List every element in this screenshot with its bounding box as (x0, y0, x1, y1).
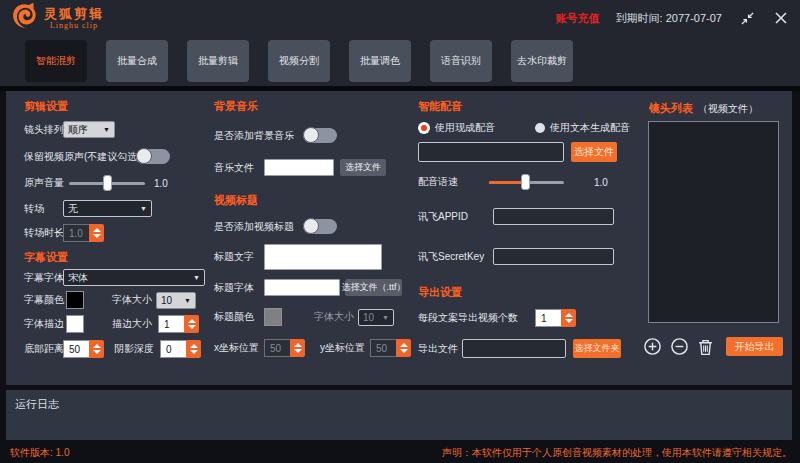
tab-batch-edit[interactable]: 批量剪辑 (187, 40, 249, 82)
font-size-select[interactable]: 10 ▼ (156, 292, 196, 309)
add-shot-icon[interactable] (643, 337, 662, 356)
xf-secretkey-input[interactable] (493, 248, 614, 265)
start-export-button[interactable]: 开始导出 (726, 337, 783, 356)
spinner-value[interactable]: 0 (160, 340, 186, 358)
music-file-label: 音乐文件 (214, 161, 264, 175)
stroke-size-spinner[interactable]: 1 (158, 315, 199, 333)
chevron-down-icon: ▼ (184, 297, 191, 304)
font-stroke-label: 字体描边 (24, 317, 66, 331)
tab-video-split[interactable]: 视频分割 (268, 40, 330, 82)
transition-label: 转场 (24, 202, 63, 216)
spinner-value[interactable]: 50 (63, 340, 89, 358)
y-position-spinner[interactable]: 50 (370, 339, 411, 357)
export-file-input[interactable] (462, 339, 566, 358)
original-volume-label: 原声音量 (24, 176, 69, 190)
original-volume-slider[interactable] (69, 175, 145, 191)
shadow-depth-spinner[interactable]: 0 (160, 340, 201, 358)
title-text-label: 标题文字 (214, 250, 264, 264)
spinner-arrows-icon[interactable] (561, 309, 576, 327)
xf-secretkey-label: 讯飞SecretKey (418, 250, 493, 264)
toggle-knob (136, 148, 152, 164)
close-icon[interactable] (772, 9, 790, 27)
remove-shot-icon[interactable] (670, 337, 689, 356)
subtitle-font-select[interactable]: 宋体 ▼ (63, 269, 205, 286)
section-export: 导出设置 (418, 285, 462, 300)
tab-smart-mix[interactable]: 智能混剪 (25, 40, 87, 82)
export-count-spinner[interactable]: 1 (535, 309, 576, 327)
version-text: 软件版本: 1.0 (10, 446, 69, 460)
main-panel: 剪辑设置 镜头排列 顺序 ▼ 保留视频原声(不建议勾选) 原声音量 1.0 (6, 91, 792, 385)
dub-file-input[interactable] (418, 142, 564, 162)
title-color-label: 标题颜色 (214, 310, 264, 324)
run-log-panel: 运行日志 (6, 390, 792, 440)
keep-audio-toggle[interactable] (136, 149, 170, 164)
tab-speech-recognition[interactable]: 语音识别 (430, 40, 492, 82)
add-title-toggle[interactable] (303, 219, 337, 234)
export-count-label: 每段文案导出视频个数 (418, 311, 535, 325)
radio-text-dub-label: 使用文本生成配音 (550, 121, 630, 135)
xf-appid-input[interactable] (493, 208, 614, 225)
bottom-distance-spinner[interactable]: 50 (63, 340, 104, 358)
section-subtitle-settings: 字幕设置 (24, 250, 68, 265)
stroke-size-label: 描边大小 (112, 317, 158, 331)
spinner-value[interactable]: 1 (158, 315, 184, 333)
title-color-swatch[interactable] (264, 308, 282, 326)
tab-batch-compose[interactable]: 批量合成 (106, 40, 168, 82)
dub-speed-slider[interactable] (489, 174, 564, 190)
title-size-select[interactable]: 10 ▼ (358, 309, 394, 326)
transition-select[interactable]: 无 ▼ (63, 200, 152, 217)
trash-icon[interactable] (697, 338, 714, 356)
spinner-value[interactable]: 50 (370, 339, 396, 357)
subtitle-font-value: 宋体 (68, 271, 88, 285)
spinner-value[interactable]: 1 (535, 309, 561, 327)
font-size-value: 10 (161, 295, 172, 306)
section-shot-list: 镜头列表 (649, 101, 693, 116)
choose-title-font-button[interactable]: 选择文件（.ttf） (345, 279, 402, 296)
choose-music-file-button[interactable]: 选择文件 (340, 159, 386, 176)
tab-batch-color[interactable]: 批量调色 (349, 40, 411, 82)
subtitle-color-swatch[interactable] (66, 291, 84, 309)
shot-order-select[interactable]: 顺序 ▼ (63, 121, 115, 138)
choose-dub-file-button[interactable]: 选择文件 (571, 142, 617, 162)
title-text-input[interactable] (264, 244, 382, 270)
spinner-arrows-icon[interactable] (290, 339, 305, 357)
tab-watermark-crop[interactable]: 去水印裁剪 (511, 40, 573, 82)
choose-export-folder-button[interactable]: 选择文件夹 (573, 339, 621, 358)
chevron-down-icon: ▼ (382, 314, 389, 321)
spinner-value[interactable]: 1.0 (63, 224, 89, 242)
font-size-label: 字体大小 (112, 293, 156, 307)
radio-dot (421, 125, 427, 131)
transition-value: 无 (68, 202, 78, 216)
add-title-label: 是否添加视频标题 (214, 220, 303, 234)
title-bar: 灵狐剪辑 Linghu clip 账号充值 到期时间: 2077-07-07 (0, 0, 800, 36)
title-font-input[interactable] (264, 279, 340, 296)
spinner-arrows-icon[interactable] (184, 315, 199, 333)
spinner-arrows-icon[interactable] (89, 340, 104, 358)
shadow-depth-label: 阴影深度 (114, 342, 160, 356)
section-edit-settings: 剪辑设置 (24, 99, 68, 114)
minimize-icon[interactable] (738, 9, 756, 27)
spinner-value[interactable]: 50 (264, 339, 290, 357)
spinner-arrows-icon[interactable] (89, 224, 104, 242)
original-volume-value: 1.0 (154, 178, 168, 189)
title-size-label: 字体大小 (314, 310, 358, 324)
dub-speed-value: 1.0 (594, 177, 608, 188)
spinner-arrows-icon[interactable] (186, 340, 201, 358)
title-font-label: 标题字体 (214, 281, 264, 295)
expire-date-text: 到期时间: 2077-07-07 (616, 11, 722, 26)
keep-audio-label: 保留视频原声(不建议勾选) (24, 150, 136, 164)
toggle-knob (303, 218, 319, 234)
radio-text-dub[interactable] (535, 123, 545, 133)
chevron-down-icon: ▼ (103, 126, 110, 133)
transition-duration-spinner[interactable]: 1.0 (63, 224, 104, 242)
x-position-spinner[interactable]: 50 (264, 339, 305, 357)
add-bgm-toggle[interactable] (303, 128, 337, 143)
radio-ready-dub[interactable] (418, 122, 430, 134)
section-video-title: 视频标题 (214, 193, 258, 208)
status-bar: 软件版本: 1.0 声明：本软件仅用于个人原创音视频素材的处理，使用本软件请遵守… (0, 442, 800, 463)
spinner-arrows-icon[interactable] (396, 339, 411, 357)
font-stroke-color-swatch[interactable] (66, 315, 84, 333)
shot-list-box[interactable] (648, 121, 779, 323)
recharge-link[interactable]: 账号充值 (556, 11, 600, 26)
music-file-input[interactable] (264, 159, 334, 176)
